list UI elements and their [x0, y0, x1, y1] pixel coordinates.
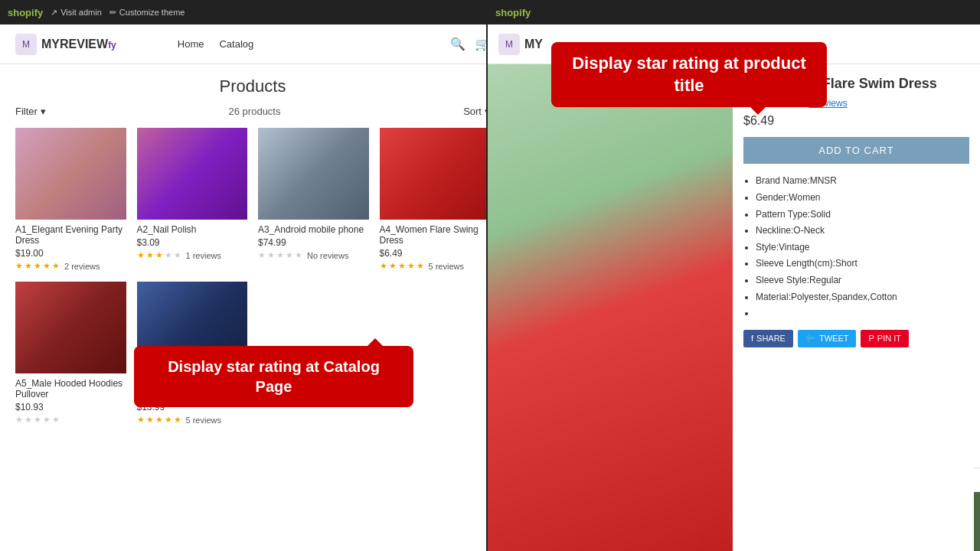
customize-theme-link[interactable]: ✏ Customize theme [109, 8, 185, 18]
logo-icon: M [15, 34, 37, 55]
product-card-1[interactable]: A1_Elegant Evening Party Dress $19.00 ★ … [15, 128, 126, 271]
search-icon[interactable]: 🔍 [450, 37, 466, 51]
product-name-3: A3_Android mobile phone [258, 224, 369, 235]
add-to-cart-button[interactable]: ADD TO CART [743, 137, 969, 164]
product-stars-1: ★ ★ ★ ★ ★ 2 reviews [15, 261, 126, 271]
store-logo: M MYREVIEWfy [15, 34, 116, 55]
spec-material: Material:Polyester,Spandex,Cotton [756, 289, 969, 306]
product-price-2: $3.09 [137, 237, 248, 248]
spec-extra [756, 305, 969, 322]
product-detail-price: $6.49 [743, 114, 969, 128]
facebook-icon: f [751, 334, 753, 343]
store-nav-icons: 🔍 🛒 [450, 37, 490, 51]
nav-catalog[interactable]: Catalog [219, 38, 253, 50]
twitter-icon: 🐦 [805, 334, 816, 344]
product-image-2 [137, 128, 248, 220]
product-detail: A4_Women Flare Swim Dress ★ ★ ★ ★ ★ 5 re… [488, 64, 980, 551]
product-reviews-6: 5 reviews [186, 416, 221, 425]
main-product-image [488, 64, 733, 551]
left-panel: shopify ↗ Visit admin ✏ Customize theme … [0, 0, 505, 551]
product-image-5 [15, 282, 126, 373]
review-snippets: quality good. Good! Super super seller! … [974, 468, 980, 491]
product-stars-5: ★ ★ ★ ★ ★ [15, 415, 126, 425]
callout-product-bubble: Display star rating at product title [551, 42, 827, 107]
product-card-5[interactable]: A5_Male Hooded Hoodies Pullover $10.93 ★… [15, 282, 126, 425]
reviews-bar: 4.6 ★★★★★ Based On 5 Reviews CUSTOMER RE… [974, 491, 980, 551]
product-stars-3: ★ ★ ★ ★ ★ No reviews [258, 250, 369, 260]
spec-brand: Brand Name:MNSR [756, 173, 969, 190]
browser-bar-right: shopify [488, 0, 980, 24]
spec-gender: Gender:Women [756, 190, 969, 207]
page-title: Products [15, 77, 490, 96]
shopify-logo-left: shopify [8, 7, 43, 18]
store-header-left: M MYREVIEWfy Home Catalog 🔍 🛒 [0, 24, 505, 64]
product-image-3 [258, 128, 369, 220]
product-detail-info: A4_Women Flare Swim Dress ★ ★ ★ ★ ★ 5 re… [733, 64, 980, 551]
product-price-5: $10.93 [15, 402, 126, 412]
share-bar: f SHARE 🐦 TWEET P PIN IT [743, 330, 969, 347]
product-image-4 [380, 128, 491, 220]
product-stars-2: ★ ★ ★ ★ ★ 1 reviews [137, 250, 248, 260]
logo-text: MYREVIEWfy [41, 37, 116, 51]
callout-catalog-bubble: Display star rating at Catalog Page [134, 346, 413, 407]
store-logo-right: M MY [498, 34, 543, 55]
product-stars-6: ★ ★ ★ ★ ★ 5 reviews [137, 415, 248, 425]
external-link-icon: ↗ [51, 8, 57, 18]
brush-icon: ✏ [109, 8, 116, 18]
visit-admin-link[interactable]: ↗ Visit admin [51, 8, 102, 18]
product-img-phone [258, 128, 369, 220]
nav-home[interactable]: Home [178, 38, 204, 50]
logo-icon-right: M [498, 34, 520, 55]
product-image-1 [15, 128, 126, 220]
product-detail-image [488, 64, 733, 551]
pinterest-icon: P [868, 334, 874, 343]
product-stars-4: ★ ★ ★ ★ ★ 5 reviews [380, 261, 491, 271]
spec-neckline: Neckline:O-Neck [756, 223, 969, 240]
product-name-4: A4_Women Flare Swing Dress [380, 224, 491, 246]
product-img-reddress [380, 128, 491, 220]
product-price-4: $6.49 [380, 248, 491, 259]
products-toolbar: Filter ▾ 26 products Sort ▾ [15, 106, 490, 117]
product-reviews-2: 1 reviews [186, 251, 221, 260]
product-card-3[interactable]: A3_Android mobile phone $74.99 ★ ★ ★ ★ ★… [258, 128, 369, 271]
products-count: 26 products [229, 106, 281, 117]
product-img-hoodie [15, 282, 126, 373]
reviews-score: 4.6 [974, 492, 980, 552]
logo-text-right: MY [524, 37, 543, 51]
product-name-2: A2_Nail Polish [137, 224, 248, 235]
spec-sleeve-length: Sleeve Length(cm):Short [756, 256, 969, 272]
spec-sleeve-style: Sleeve Style:Regular [756, 272, 969, 289]
review-snippet-1: quality good. [974, 468, 980, 491]
share-pinterest-button[interactable]: P PIN IT [861, 330, 909, 347]
shopify-logo-right: shopify [495, 7, 531, 18]
product-reviews-3: No reviews [307, 251, 348, 260]
product-img-dress1 [15, 128, 126, 220]
sort-label: Sort [463, 106, 482, 117]
product-card-4[interactable]: A4_Women Flare Swing Dress $6.49 ★ ★ ★ ★… [380, 128, 491, 271]
product-name-5: A5_Male Hooded Hoodies Pullover [15, 378, 126, 399]
browser-bar-left: shopify ↗ Visit admin ✏ Customize theme … [0, 0, 505, 24]
product-price-1: $19.00 [15, 248, 126, 259]
spec-style: Style:Vintage [756, 240, 969, 256]
product-card-2[interactable]: A2_Nail Polish $3.09 ★ ★ ★ ★ ★ 1 reviews [137, 128, 248, 271]
filter-button[interactable]: Filter ▾ [15, 106, 46, 117]
product-name-1: A1_Elegant Evening Party Dress [15, 224, 126, 246]
product-specs: Brand Name:MNSR Gender:Women Pattern Typ… [743, 173, 969, 321]
product-reviews-4: 5 reviews [429, 262, 464, 271]
filter-label: Filter [15, 106, 38, 117]
chevron-down-icon: ▾ [41, 106, 46, 117]
spec-pattern: Pattern Type:Solid [756, 207, 969, 223]
product-price-3: $74.99 [258, 237, 369, 248]
product-reviews-1: 2 reviews [64, 262, 100, 271]
share-twitter-button[interactable]: 🐦 TWEET [798, 330, 857, 347]
share-facebook-button[interactable]: f SHARE [743, 330, 793, 347]
store-nav: Home Catalog [178, 38, 254, 50]
product-img-nailpolish [137, 128, 248, 220]
